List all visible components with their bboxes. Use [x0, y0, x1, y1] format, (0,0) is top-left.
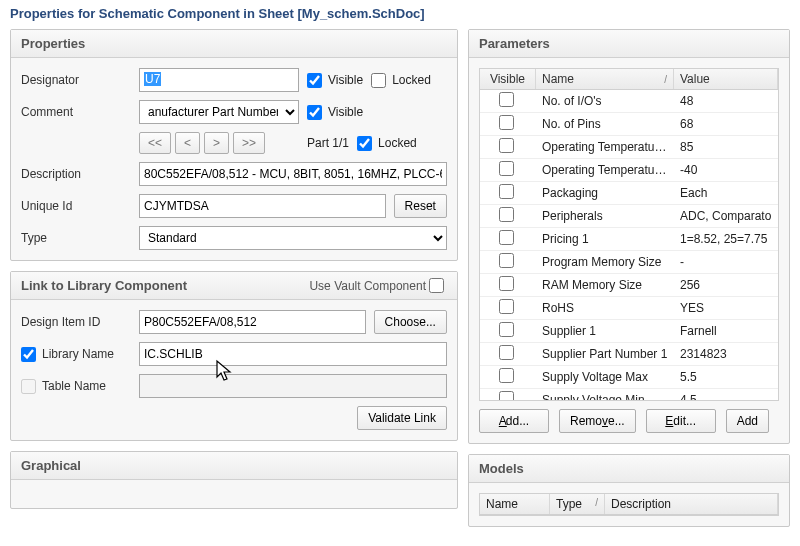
link-panel: Link to Library Component Use Vault Comp… — [10, 271, 458, 441]
use-vault-label: Use Vault Component — [309, 279, 426, 293]
param-value-cell: - — [674, 253, 778, 271]
param-header-visible[interactable]: Visible — [480, 69, 536, 89]
part-nav-first-button[interactable]: << — [139, 132, 171, 154]
param-add-button[interactable]: Add... — [479, 409, 549, 433]
param-value-cell: 85 — [674, 138, 778, 156]
param-name-cell: Peripherals — [536, 207, 674, 225]
table-name-checkbox — [21, 379, 36, 394]
type-select[interactable]: Standard — [139, 226, 447, 250]
table-row[interactable]: Supply Voltage Max5.5 — [480, 366, 778, 389]
param-name-cell: Pricing 1 — [536, 230, 674, 248]
comment-select[interactable]: anufacturer Part Number* — [139, 100, 299, 124]
choose-button[interactable]: Choose... — [374, 310, 447, 334]
table-row[interactable]: Operating Temperature M-40 — [480, 159, 778, 182]
description-label: Description — [21, 167, 131, 181]
part-text: Part 1/1 — [307, 136, 349, 150]
designator-visible-checkbox[interactable] — [307, 73, 322, 88]
part-nav-next-button[interactable]: > — [204, 132, 229, 154]
uniqueid-input[interactable] — [139, 194, 386, 218]
param-remove-button[interactable]: Remove... — [559, 409, 636, 433]
table-name-label: Table Name — [42, 379, 106, 393]
param-visible-checkbox[interactable] — [499, 322, 514, 337]
param-value-cell: 4.5 — [674, 391, 778, 400]
param-visible-checkbox[interactable] — [499, 92, 514, 107]
library-name-input[interactable] — [139, 342, 447, 366]
table-row[interactable]: Operating Temperature M85 — [480, 136, 778, 159]
param-visible-checkbox[interactable] — [499, 345, 514, 360]
table-row[interactable]: Supplier Part Number 12314823 — [480, 343, 778, 366]
param-header-name[interactable]: Name/ — [536, 69, 674, 89]
table-row[interactable]: RAM Memory Size256 — [480, 274, 778, 297]
designator-label: Designator — [21, 73, 131, 87]
param-visible-checkbox[interactable] — [499, 253, 514, 268]
table-row[interactable]: Supply Voltage Min4.5 — [480, 389, 778, 400]
part-nav-prev-button[interactable]: < — [175, 132, 200, 154]
param-visible-checkbox[interactable] — [499, 115, 514, 130]
description-input[interactable] — [139, 162, 447, 186]
part-locked-checkbox[interactable] — [357, 136, 372, 151]
designator-locked-checkbox[interactable] — [371, 73, 386, 88]
param-value-cell: YES — [674, 299, 778, 317]
part-nav-last-button[interactable]: >> — [233, 132, 265, 154]
designator-locked-label: Locked — [392, 73, 431, 87]
param-name-cell: Program Memory Size — [536, 253, 674, 271]
table-row[interactable]: Supplier 1Farnell — [480, 320, 778, 343]
use-vault-checkbox[interactable] — [429, 278, 444, 293]
type-label: Type — [21, 231, 131, 245]
design-item-input[interactable] — [139, 310, 366, 334]
param-visible-checkbox[interactable] — [499, 391, 514, 400]
table-row[interactable]: Pricing 11=8.52, 25=7.75 — [480, 228, 778, 251]
param-visible-checkbox[interactable] — [499, 276, 514, 291]
param-name-cell: Packaging — [536, 184, 674, 202]
uniqueid-label: Unique Id — [21, 199, 131, 213]
param-name-cell: Supply Voltage Max — [536, 368, 674, 386]
graphical-panel: Graphical — [10, 451, 458, 509]
param-value-cell: ADC, Comparato — [674, 207, 778, 225]
table-row[interactable]: No. of Pins68 — [480, 113, 778, 136]
param-visible-checkbox[interactable] — [499, 161, 514, 176]
models-title: Models — [479, 461, 524, 476]
comment-visible-checkbox[interactable] — [307, 105, 322, 120]
param-visible-checkbox[interactable] — [499, 299, 514, 314]
param-value-cell: Each — [674, 184, 778, 202]
reset-button[interactable]: Reset — [394, 194, 447, 218]
param-value-cell: -40 — [674, 161, 778, 179]
param-visible-checkbox[interactable] — [499, 138, 514, 153]
library-name-checkbox[interactable] — [21, 347, 36, 362]
param-visible-checkbox[interactable] — [499, 230, 514, 245]
models-header-type[interactable]: Type/ — [550, 494, 605, 514]
table-row[interactable]: No. of I/O's48 — [480, 90, 778, 113]
parameters-table: Visible Name/ Value No. of I/O's48No. of… — [479, 68, 779, 401]
graphical-title: Graphical — [21, 458, 81, 473]
models-header-name[interactable]: Name — [480, 494, 550, 514]
param-add2-button[interactable]: Add — [726, 409, 769, 433]
param-visible-checkbox[interactable] — [499, 368, 514, 383]
comment-label: Comment — [21, 105, 131, 119]
models-panel: Models Name Type/ Description — [468, 454, 790, 527]
param-value-cell: 48 — [674, 92, 778, 110]
table-row[interactable]: PackagingEach — [480, 182, 778, 205]
param-edit-button[interactable]: Edit... — [646, 409, 716, 433]
param-name-cell: Supply Voltage Min — [536, 391, 674, 400]
table-row[interactable]: PeripheralsADC, Comparato — [480, 205, 778, 228]
link-title: Link to Library Component — [21, 278, 187, 293]
param-value-cell: 256 — [674, 276, 778, 294]
param-name-cell: Operating Temperature M — [536, 138, 674, 156]
designator-input[interactable] — [139, 68, 299, 92]
param-header-value[interactable]: Value — [674, 69, 778, 89]
comment-visible-label: Visible — [328, 105, 363, 119]
models-header-description[interactable]: Description — [605, 494, 778, 514]
properties-panel: Properties Designator U7 Visible Locked … — [10, 29, 458, 261]
validate-link-button[interactable]: Validate Link — [357, 406, 447, 430]
table-row[interactable]: Program Memory Size- — [480, 251, 778, 274]
param-visible-checkbox[interactable] — [499, 207, 514, 222]
design-item-label: Design Item ID — [21, 315, 131, 329]
part-locked-label: Locked — [378, 136, 417, 150]
table-row[interactable]: RoHSYES — [480, 297, 778, 320]
param-visible-checkbox[interactable] — [499, 184, 514, 199]
param-name-cell: RoHS — [536, 299, 674, 317]
parameters-title: Parameters — [479, 36, 550, 51]
library-name-label: Library Name — [42, 347, 114, 361]
window-title: Properties for Schematic Component in Sh… — [0, 0, 800, 29]
param-name-cell: RAM Memory Size — [536, 276, 674, 294]
